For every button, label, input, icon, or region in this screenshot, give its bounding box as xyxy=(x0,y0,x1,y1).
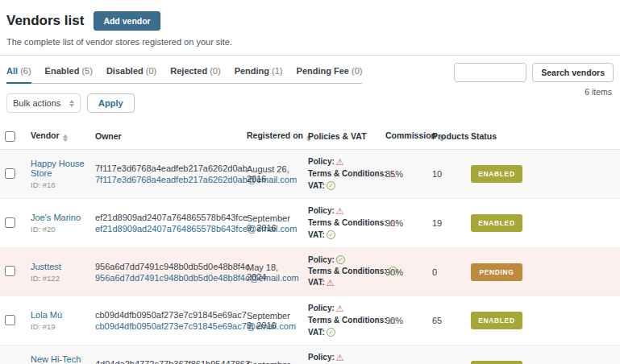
policy-label: Policy: xyxy=(308,206,335,215)
vendor-name-link[interactable]: Joe's Marino xyxy=(31,213,85,222)
select-caret-icon xyxy=(69,100,74,107)
vendor-name-link[interactable]: Lola Mú xyxy=(31,310,85,320)
registered-on-date: May 18, 2024 xyxy=(242,248,303,296)
terms-label: Terms & Conditions: xyxy=(308,169,387,178)
tab-label: Rejected xyxy=(170,66,207,76)
column-header-policies-vat: Policies & VAT xyxy=(303,123,381,150)
terms-label: Terms & Conditions: xyxy=(308,218,387,227)
tab-count: (0) xyxy=(210,66,220,76)
vat-label: VAT: xyxy=(308,230,325,239)
search-vendors-button[interactable]: Search vendors xyxy=(532,63,614,82)
column-label: Vendor xyxy=(31,130,60,140)
commission-value: 90% xyxy=(381,248,427,296)
warning-icon xyxy=(336,352,344,364)
owner-name: 4d04da2b4772c77b367f861b95447863 xyxy=(95,359,237,364)
column-header-status: Status xyxy=(466,123,620,150)
registered-on-date: September 9, 2016 xyxy=(242,345,303,364)
registered-on-date: August 26, 2016 xyxy=(242,150,303,199)
apply-button[interactable]: Apply xyxy=(87,93,135,113)
table-row: Joe's MarinoID: #20 ef21d8909ad2407a7648… xyxy=(0,199,620,248)
vendor-id: ID: #19 xyxy=(31,322,85,331)
registered-on-date: September 9, 2016 xyxy=(242,296,303,345)
table-row: Lola MúID: #19 cb09d4dfb0950af273e7c9184… xyxy=(0,296,620,345)
select-all-checkbox[interactable] xyxy=(5,131,15,142)
policy-label: Policy: xyxy=(308,157,335,166)
vendor-id: ID: #20 xyxy=(31,225,85,234)
warning-icon xyxy=(336,205,344,217)
column-label: Owner xyxy=(95,131,122,141)
tab-pending-fee[interactable]: Pending Fee (0) xyxy=(297,66,363,76)
owner-name: 7f117e3d6768a4eadfeb217a6262d0ab xyxy=(95,163,237,173)
check-icon xyxy=(327,181,335,190)
page-title: Vendors list xyxy=(6,13,84,29)
column-header-vendor[interactable]: Vendor xyxy=(26,123,90,150)
vat-label: VAT: xyxy=(308,328,325,337)
owner-email-link[interactable]: ef21d8909ad2407a764865578b643fce@email.c… xyxy=(95,224,237,234)
owner-email-link[interactable]: cb09d4dfb0950af273e7c91845e69ac7@email.c… xyxy=(95,321,237,331)
products-count: 5 xyxy=(427,345,466,364)
status-badge: ENABLED xyxy=(471,312,522,329)
vat-label: VAT: xyxy=(308,278,325,287)
tab-label: Pending xyxy=(235,66,269,76)
vendor-name-link[interactable]: Justtest xyxy=(31,262,85,271)
column-header-products: Products xyxy=(427,123,466,150)
row-checkbox[interactable] xyxy=(5,168,15,179)
add-vendor-button[interactable]: Add vendor xyxy=(94,11,160,31)
status-badge: ENABLED xyxy=(471,165,522,183)
vendors-table: Vendor Owner Registered on Policies & VA… xyxy=(0,123,620,364)
tab-all[interactable]: All (6) xyxy=(6,66,31,76)
tab-rejected[interactable]: Rejected (0) xyxy=(170,66,220,76)
column-header-owner: Owner xyxy=(90,123,242,150)
tab-count: (1) xyxy=(272,66,282,76)
table-row: JusttestID: #122 956a6d7dd7491c948b0db5d… xyxy=(0,248,620,296)
status-badge: PENDING xyxy=(471,263,522,281)
row-checkbox[interactable] xyxy=(5,315,15,325)
status-badge: ENABLED xyxy=(471,361,522,364)
warning-icon xyxy=(389,168,397,180)
vendor-name-link[interactable]: New Hi-Tech Store xyxy=(31,354,85,364)
status-badge: ENABLED xyxy=(471,214,522,232)
column-header-registered-on[interactable]: Registered on xyxy=(242,123,303,150)
vat-label: VAT: xyxy=(308,181,325,190)
owner-email-link[interactable]: 956a6d7dd7491c948b0db5d0e48b8f4c@email.c… xyxy=(95,273,237,283)
row-checkbox[interactable] xyxy=(5,217,15,228)
policy-label: Policy: xyxy=(308,304,335,312)
commission-value: 90% xyxy=(381,345,427,364)
vendors-list-page: Vendors list Add vendor The complete lis… xyxy=(0,0,620,364)
products-count: 0 xyxy=(427,248,466,296)
column-label: Registered on xyxy=(247,130,303,140)
warning-icon xyxy=(336,303,344,315)
vendor-name-link[interactable]: Happy House Store xyxy=(31,159,85,178)
tab-disabled[interactable]: Disabled (0) xyxy=(106,66,156,76)
table-row: Happy House StoreID: #16 7f117e3d6768a4e… xyxy=(0,150,620,199)
policy-label: Policy: xyxy=(308,255,335,264)
tab-enabled[interactable]: Enabled (5) xyxy=(45,66,93,76)
search-input[interactable] xyxy=(454,63,526,82)
column-label: Commission xyxy=(385,130,436,140)
warning-icon xyxy=(327,277,335,289)
row-checkbox[interactable] xyxy=(5,266,15,276)
warning-icon xyxy=(336,156,344,168)
tab-count: (0) xyxy=(352,66,362,76)
column-label: Status xyxy=(471,131,497,141)
terms-label: Terms & Conditions: xyxy=(308,267,387,275)
bulk-actions-select[interactable]: Bulk actions xyxy=(6,93,81,113)
warning-icon xyxy=(389,315,397,327)
tab-pending[interactable]: Pending (1) xyxy=(235,66,283,76)
column-header-commission[interactable]: Commission xyxy=(381,123,427,150)
bulk-actions-label: Bulk actions xyxy=(13,98,60,108)
check-icon xyxy=(389,267,397,275)
tab-label: All xyxy=(6,66,18,76)
owner-name: 956a6d7dd7491c948b0db5d0e48b8f4c xyxy=(95,262,237,271)
tab-label: Disabled xyxy=(106,66,144,76)
sort-icon xyxy=(63,134,68,142)
vendor-id: ID: #16 xyxy=(31,180,85,189)
column-label: Policies & VAT xyxy=(308,131,367,141)
tab-label: Enabled xyxy=(45,66,80,76)
products-count: 19 xyxy=(427,199,466,248)
tab-count: (6) xyxy=(20,66,31,76)
owner-email-link[interactable]: 7f117e3d6768a4eadfeb217a6262d0ab@email.c… xyxy=(95,175,237,184)
check-icon xyxy=(327,230,335,239)
owner-name: ef21d8909ad2407a764865578b643fce xyxy=(95,213,237,222)
registered-on-date: September 9, 2016 xyxy=(242,199,303,248)
